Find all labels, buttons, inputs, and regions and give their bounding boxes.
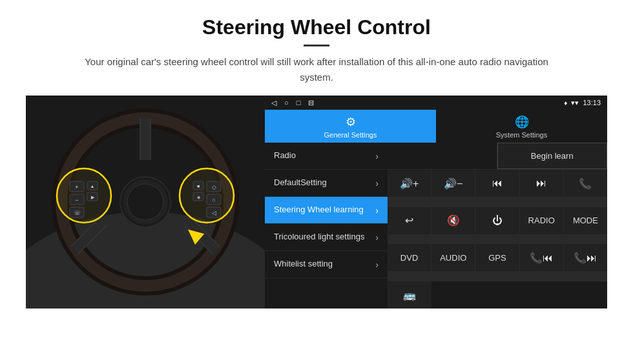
mute-icon: 🔇 <box>447 214 460 227</box>
menu-column: Radio › DefaultSetting › Steering Wheel … <box>265 143 388 308</box>
phone-icon: 📞 <box>579 177 592 190</box>
page-subtitle: Your original car's steering wheel contr… <box>74 54 559 85</box>
next-track-button[interactable]: ⏭ <box>520 170 563 197</box>
control-grid-row3: DVD AUDIO GPS 📞⏮ 📞⏭ <box>388 244 607 281</box>
steering-wheel-image: + − ☏ ▲ ▶ ◇ ○ <box>26 96 265 308</box>
bus-icon: 🚌 <box>403 289 416 301</box>
chevron-icon: › <box>375 259 379 270</box>
title-section: Steering Wheel Control Your original car… <box>26 15 607 85</box>
menu-item-radio[interactable]: Radio › <box>265 143 388 170</box>
svg-text:○: ○ <box>212 197 215 203</box>
chevron-icon: › <box>375 205 379 216</box>
time-display: 13:13 <box>583 99 601 106</box>
content-area: + − ☏ ▲ ▶ ◇ ○ <box>26 96 607 308</box>
prev-track-button[interactable]: ⏮ <box>475 170 519 197</box>
tab-bar: ⚙ General Settings 🌐 System Settings <box>265 110 607 143</box>
home-nav-icon[interactable]: ○ <box>284 99 289 106</box>
prev-track-icon: ⏮ <box>492 177 503 189</box>
page-wrapper: Steering Wheel Control Your original car… <box>0 0 633 321</box>
gps-label: GPS <box>488 253 506 263</box>
control-grid-row2: ↩ 🔇 ⏻ RADIO MODE <box>388 207 607 245</box>
android-panel: ◁ ○ □ ⊟ ♦ ▾▾ 13:13 ⚙ General Settings <box>265 96 607 308</box>
control-column: Begin learn 🔊+ 🔊− ⏮ <box>388 143 607 308</box>
vol-down-button[interactable]: 🔊− <box>431 170 475 197</box>
audio-label: AUDIO <box>440 253 466 263</box>
menu-item-radio-label: Radio <box>274 150 296 161</box>
back-nav-icon[interactable]: ◁ <box>271 99 276 107</box>
tel-next-icon: 📞⏭ <box>574 252 597 264</box>
control-grid-row1: 🔊+ 🔊− ⏮ ⏭ 📞 <box>388 170 607 207</box>
tab-system-label: System Settings <box>496 131 547 139</box>
svg-text:−: − <box>75 197 78 203</box>
steering-wheel-panel: + − ☏ ▲ ▶ ◇ ○ <box>26 96 265 308</box>
radio-button[interactable]: RADIO <box>520 207 563 234</box>
menu-item-steering[interactable]: Steering Wheel learning › <box>265 197 388 224</box>
power-icon: ⏻ <box>492 215 503 227</box>
menu-item-whitelist-label: Whitelist setting <box>274 259 333 270</box>
audio-button[interactable]: AUDIO <box>431 244 475 271</box>
svg-text:◇: ◇ <box>212 184 216 190</box>
next-track-icon: ⏭ <box>536 177 546 189</box>
dvd-button[interactable]: DVD <box>388 244 431 271</box>
mute-button[interactable]: 🔇 <box>431 207 475 234</box>
recents-nav-icon[interactable]: □ <box>296 99 301 106</box>
menu-item-whitelist[interactable]: Whitelist setting › <box>265 251 388 278</box>
svg-text:+: + <box>75 184 78 190</box>
control-grid-row4: 🚌 <box>388 281 607 308</box>
vol-up-button[interactable]: 🔊+ <box>388 170 431 197</box>
bus-button[interactable]: 🚌 <box>388 281 431 308</box>
tab-general-settings[interactable]: ⚙ General Settings <box>265 110 436 143</box>
chevron-icon: › <box>375 151 379 161</box>
signal-icon: ▾▾ <box>571 99 579 107</box>
title-divider <box>304 45 329 46</box>
svg-text:▲: ▲ <box>90 184 95 188</box>
phone-button[interactable]: 📞 <box>564 170 607 197</box>
mode-label: MODE <box>573 216 598 225</box>
empty-learn-box <box>388 143 497 169</box>
radio-label: RADIO <box>528 216 555 225</box>
menu-item-tri-label: Tricoloured light settings <box>274 232 364 243</box>
begin-learn-row: Begin learn <box>388 143 607 170</box>
menu-item-default[interactable]: DefaultSetting › <box>265 170 388 197</box>
svg-text:◁: ◁ <box>212 210 216 216</box>
system-settings-icon: 🌐 <box>515 115 529 129</box>
answer-icon: ↩ <box>405 214 413 227</box>
general-settings-icon: ⚙ <box>346 115 356 129</box>
tab-system-settings[interactable]: 🌐 System Settings <box>436 110 607 143</box>
mode-button[interactable]: MODE <box>564 207 607 234</box>
menu-item-tricoloured[interactable]: Tricoloured light settings › <box>265 224 388 251</box>
dvd-label: DVD <box>400 253 418 263</box>
begin-learn-button[interactable]: Begin learn <box>497 143 608 169</box>
tel-prev-icon: 📞⏮ <box>530 252 553 264</box>
svg-point-17 <box>127 184 163 220</box>
status-bar: ◁ ○ □ ⊟ ♦ ▾▾ 13:13 <box>265 96 607 110</box>
tel-prev-button[interactable]: 📞⏮ <box>520 244 563 271</box>
answer-button[interactable]: ↩ <box>388 207 431 234</box>
status-left: ◁ ○ □ ⊟ <box>271 99 314 107</box>
svg-text:☏: ☏ <box>74 210 81 216</box>
chevron-icon: › <box>375 232 379 243</box>
menu-item-steering-label: Steering Wheel learning <box>274 205 364 216</box>
menu-item-default-label: DefaultSetting <box>274 177 327 188</box>
tab-general-label: General Settings <box>324 131 377 139</box>
location-icon: ♦ <box>564 99 567 106</box>
page-title: Steering Wheel Control <box>26 15 607 39</box>
svg-text:■: ■ <box>197 184 200 188</box>
gps-button[interactable]: GPS <box>475 244 519 271</box>
vol-down-icon: 🔊− <box>444 177 462 190</box>
tel-next-button[interactable]: 📞⏭ <box>564 244 607 271</box>
chevron-icon: › <box>375 178 379 188</box>
power-button[interactable]: ⏻ <box>475 207 519 234</box>
menu-nav-icon[interactable]: ⊟ <box>308 99 314 107</box>
android-content: Radio › DefaultSetting › Steering Wheel … <box>265 143 607 308</box>
status-right: ♦ ▾▾ 13:13 <box>564 99 601 107</box>
vol-up-icon: 🔊+ <box>400 177 419 190</box>
